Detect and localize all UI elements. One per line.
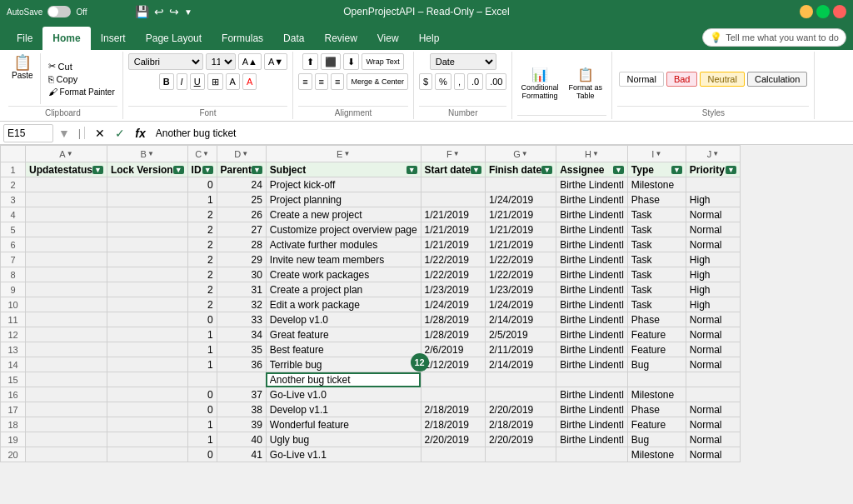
cell-e14[interactable]: Terrible bug12 [266,357,421,372]
cell-a13[interactable] [26,342,107,357]
cell-b17[interactable] [107,402,187,417]
cell-a15[interactable] [26,372,107,387]
col-header-b[interactable]: B ▼ [107,146,187,162]
cell-f11[interactable]: 1/28/2019 [421,312,485,327]
cell-b9[interactable] [107,282,187,297]
col-header-i[interactable]: I ▼ [627,146,686,162]
cell-b16[interactable] [107,387,187,402]
cell-e10[interactable]: Edit a work package [266,297,421,312]
cell-b11[interactable] [107,312,187,327]
spreadsheet-wrapper[interactable]: A ▼ B ▼ C ▼ D ▼ E ▼ F ▼ G ▼ [0,145,853,503]
cell-e15[interactable] [266,372,421,387]
cell-f8[interactable]: 1/22/2019 [421,267,485,282]
cell-c14[interactable]: 1 [187,357,217,372]
cell-f19[interactable]: 2/20/2019 [421,432,485,447]
cell-i6[interactable]: Task [627,237,686,252]
cell-g12[interactable]: 2/5/2019 [485,327,556,342]
cell-f10[interactable]: 1/24/2019 [421,297,485,312]
minimize-button[interactable] [800,5,813,18]
cell-g6[interactable]: 1/21/2019 [485,237,556,252]
cell-c15[interactable] [187,372,217,387]
cell-j10[interactable]: High [686,297,740,312]
tab-help[interactable]: Help [409,27,450,50]
cell-g4[interactable]: 1/21/2019 [485,207,556,222]
cell-j2[interactable] [686,177,740,192]
maximize-button[interactable] [816,5,830,18]
cell-a17[interactable] [26,402,107,417]
cell-c18[interactable]: 1 [187,417,217,432]
cell-i9[interactable]: Task [627,282,686,297]
col-header-e[interactable]: E ▼ [266,146,421,162]
cell-f5[interactable]: 1/21/2019 [421,222,485,237]
tab-view[interactable]: View [367,27,409,50]
cell-c8[interactable]: 2 [187,267,217,282]
cell-e16[interactable]: Go-Live v1.0 [266,387,421,402]
cell-g3[interactable]: 1/24/2019 [485,192,556,207]
cell-a8[interactable] [26,267,107,282]
cell-b18[interactable] [107,417,187,432]
cell-reference-input[interactable] [3,124,53,142]
cell-c12[interactable]: 1 [187,327,217,342]
cell-i14[interactable]: Bug [627,357,686,372]
border-button[interactable]: ⊞ [207,73,223,90]
align-middle-button[interactable]: ⬛ [321,53,341,70]
cell-c19[interactable]: 1 [187,432,217,447]
cell-d4[interactable]: 26 [217,207,266,222]
cell-d20[interactable]: 41 [217,447,266,462]
align-top-button[interactable]: ⬆ [302,53,318,70]
cell-i15[interactable] [627,372,686,387]
cell-f18[interactable]: 2/18/2019 [421,417,485,432]
tab-file[interactable]: File [7,27,42,50]
cell-f17[interactable]: 2/18/2019 [421,402,485,417]
cell-e13[interactable]: Best feature [266,342,421,357]
cell-f16[interactable] [421,387,485,402]
align-right-button[interactable]: ≡ [331,73,344,90]
cell-i8[interactable]: Task [627,267,686,282]
cell-b7[interactable] [107,252,187,267]
cell-e7[interactable]: Invite new team members [266,252,421,267]
style-neutral[interactable]: Neutral [700,72,744,87]
autosave-toggle[interactable] [47,6,71,17]
cell-b13[interactable] [107,342,187,357]
cell-i17[interactable]: Phase [627,402,686,417]
cell-d18[interactable]: 39 [217,417,266,432]
header-lockversion[interactable]: Lock Version ▼ [107,162,187,177]
header-type[interactable]: Type ▼ [627,162,686,177]
cell-d6[interactable]: 28 [217,237,266,252]
cell-j3[interactable]: High [686,192,740,207]
increase-decimal-button[interactable]: .0 [467,73,483,90]
cell-i16[interactable]: Milestone [627,387,686,402]
cell-d2[interactable]: 24 [217,177,266,192]
cell-j11[interactable]: Normal [686,312,740,327]
cell-h5[interactable]: Birthe Lindentl [556,222,628,237]
cell-g14[interactable]: 2/14/2019 [485,357,556,372]
style-calculation[interactable]: Calculation [747,72,807,87]
cell-a16[interactable] [26,387,107,402]
cell-b15[interactable] [107,372,187,387]
undo-button[interactable]: ↩ [152,4,166,19]
cell-f12[interactable]: 1/28/2019 [421,327,485,342]
cell-g20[interactable] [485,447,556,462]
cell-g15[interactable] [485,372,556,387]
wrap-text-button[interactable]: Wrap Text [362,53,403,70]
cell-a14[interactable] [26,357,107,372]
cell-i2[interactable]: Milestone [627,177,686,192]
cell-i12[interactable]: Feature [627,327,686,342]
cell-j8[interactable]: High [686,267,740,282]
cell-i3[interactable]: Phase [627,192,686,207]
cell-h18[interactable]: Birthe Lindentl [556,417,628,432]
cell-h20[interactable] [556,447,628,462]
header-id[interactable]: ID ▼ [187,162,217,177]
underline-button[interactable]: U [190,73,205,90]
cell-f9[interactable]: 1/23/2019 [421,282,485,297]
cell-b3[interactable] [107,192,187,207]
formula-function-button[interactable]: fx [132,125,148,142]
cell-a12[interactable] [26,327,107,342]
formula-input[interactable] [152,126,850,141]
paste-button[interactable]: 📋 Paste [8,53,37,104]
cell-a9[interactable] [26,282,107,297]
quick-access-more-button[interactable]: ▼ [182,7,194,17]
cell-b2[interactable] [107,177,187,192]
cell-g18[interactable]: 2/18/2019 [485,417,556,432]
cell-h12[interactable]: Birthe Lindentl [556,327,628,342]
